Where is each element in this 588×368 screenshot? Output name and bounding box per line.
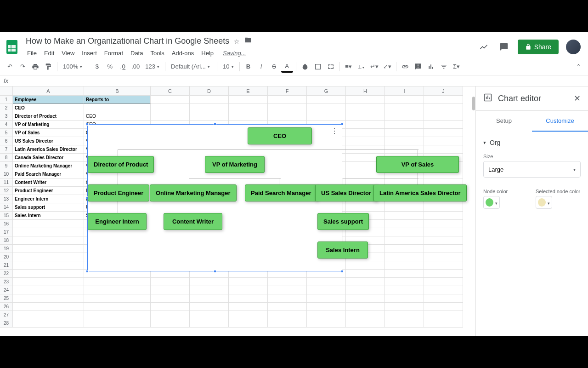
move-folder-icon[interactable]: [244, 36, 252, 46]
title-bar: How to Make an Organizational Chart in G…: [0, 32, 588, 58]
org-node[interactable]: Product Engineer: [88, 184, 149, 201]
select-all-corner[interactable]: [0, 86, 13, 96]
col-header-F[interactable]: F: [268, 86, 307, 96]
sheets-logo-icon[interactable]: [4, 39, 20, 55]
section-org-header[interactable]: ▸ Org: [483, 137, 581, 148]
borders-icon[interactable]: [312, 61, 324, 73]
tab-setup[interactable]: Setup: [476, 111, 532, 132]
col-header-A[interactable]: A: [13, 86, 84, 96]
size-label: Size: [483, 154, 581, 159]
print-icon[interactable]: [29, 61, 41, 73]
col-header-B[interactable]: B: [84, 86, 151, 96]
doc-title[interactable]: How to Make an Organizational Chart in G…: [26, 36, 229, 46]
format-percent-icon[interactable]: %: [104, 61, 116, 73]
menu-tools[interactable]: Tools: [147, 48, 167, 58]
merge-cells-icon[interactable]: [325, 61, 337, 73]
node-color-picker[interactable]: [483, 196, 500, 209]
align-icon[interactable]: ≡▾: [343, 61, 355, 73]
close-icon[interactable]: ✕: [574, 93, 581, 104]
menu-file[interactable]: File: [24, 48, 40, 58]
share-button[interactable]: Share: [518, 40, 559, 54]
format-currency-icon[interactable]: $: [91, 61, 103, 73]
column-headers: A B C D E F G H I J: [0, 86, 475, 96]
col-header-E[interactable]: E: [229, 86, 268, 96]
fill-color-icon[interactable]: [299, 61, 311, 73]
table-row[interactable]: 2CEO: [0, 104, 475, 112]
strikethrough-icon[interactable]: S: [268, 61, 280, 73]
paint-format-icon[interactable]: [42, 61, 54, 73]
link-icon[interactable]: [399, 61, 411, 73]
comment-icon[interactable]: [412, 61, 424, 73]
menu-data[interactable]: Data: [127, 48, 146, 58]
org-node[interactable]: Sales Intern: [317, 242, 368, 259]
italic-icon[interactable]: I: [255, 61, 267, 73]
sheet-area[interactable]: A B C D E F G H I J 1EmployeeReports to2…: [0, 86, 475, 336]
col-header-G[interactable]: G: [307, 86, 346, 96]
text-color-icon[interactable]: A: [281, 61, 293, 73]
menu-insert[interactable]: Insert: [79, 48, 100, 58]
collapse-toolbar-icon[interactable]: ⌃: [572, 61, 584, 73]
valign-icon[interactable]: ⟂▾: [356, 61, 368, 73]
col-header-D[interactable]: D: [190, 86, 229, 96]
table-row[interactable]: 3Director of ProductCEO: [0, 112, 475, 121]
menu-bar: File Edit View Insert Format Data Tools …: [24, 48, 477, 58]
wrap-icon[interactable]: ↵▾: [368, 61, 380, 73]
col-header-C[interactable]: C: [151, 86, 190, 96]
org-node[interactable]: Content Writer: [164, 213, 222, 230]
zoom-dropdown[interactable]: 100%: [60, 63, 85, 70]
format-increase-decimal-icon[interactable]: .00: [130, 61, 141, 73]
org-node[interactable]: Latin America Sales Director: [373, 184, 467, 201]
org-node[interactable]: Sales support: [317, 213, 369, 230]
org-node[interactable]: VP of Marketing: [205, 156, 265, 173]
toolbar: ↶ ↷ 100% $ % .0̲ .00 123 Default (Ari...…: [0, 58, 588, 75]
share-label: Share: [534, 43, 551, 51]
fx-icon: fx: [4, 77, 8, 84]
undo-icon[interactable]: ↶: [4, 61, 16, 73]
org-node[interactable]: US Sales Director: [315, 184, 377, 201]
selected-node-color-picker[interactable]: [536, 196, 552, 209]
font-dropdown[interactable]: Default (Ari...: [168, 63, 214, 70]
org-chart-container[interactable]: ⋮ CEODirector of ProductVP of MarketingV…: [87, 124, 342, 271]
org-node[interactable]: Paid Search Manager: [245, 184, 317, 201]
menu-view[interactable]: View: [58, 48, 78, 58]
node-color-label: Node color: [483, 189, 528, 194]
col-header-I[interactable]: I: [385, 86, 424, 96]
org-node[interactable]: Online Marketing Manager: [150, 184, 237, 201]
col-header-J[interactable]: J: [424, 86, 463, 96]
filter-icon[interactable]: [438, 61, 450, 73]
star-icon[interactable]: ☆: [234, 38, 240, 45]
number-format-dropdown[interactable]: 123: [142, 63, 162, 70]
selected-node-color-label: Selected node color: [536, 189, 581, 194]
section-org-label: Org: [490, 139, 500, 146]
format-decrease-decimal-icon[interactable]: .0̲: [117, 61, 129, 73]
bold-icon[interactable]: B: [243, 61, 254, 73]
tab-customize[interactable]: Customize: [532, 111, 588, 132]
vertical-scrollbar[interactable]: [471, 96, 475, 336]
font-size-dropdown[interactable]: 10: [220, 63, 236, 70]
saving-status: Saving...: [220, 48, 249, 58]
formula-bar[interactable]: fx: [0, 75, 588, 86]
menu-edit[interactable]: Edit: [41, 48, 57, 58]
avatar[interactable]: [566, 40, 581, 54]
size-select[interactable]: Large: [483, 161, 581, 178]
org-node[interactable]: Director of Product: [88, 156, 154, 173]
chart-editor-title: Chart editor: [498, 94, 568, 104]
resize-handle[interactable]: [86, 270, 89, 273]
org-node[interactable]: VP of Sales: [376, 156, 459, 173]
resize-handle[interactable]: [341, 270, 344, 273]
col-header-H[interactable]: H: [346, 86, 385, 96]
insert-chart-icon[interactable]: [425, 61, 437, 73]
menu-addons[interactable]: Add-ons: [169, 48, 197, 58]
org-node[interactable]: Engineer Intern: [88, 213, 147, 230]
resize-handle[interactable]: [214, 270, 216, 273]
chart-editor-panel: Chart editor ✕ Setup Customize ▸ Org Siz…: [475, 86, 588, 336]
chevron-down-icon: ▸: [482, 141, 488, 144]
menu-help[interactable]: Help: [198, 48, 217, 58]
redo-icon[interactable]: ↷: [17, 61, 28, 73]
functions-icon[interactable]: Σ▾: [451, 61, 463, 73]
menu-format[interactable]: Format: [101, 48, 126, 58]
explore-icon[interactable]: [477, 40, 490, 53]
org-node[interactable]: CEO: [248, 127, 312, 144]
rotate-icon[interactable]: ⤢▾: [381, 61, 393, 73]
comments-icon[interactable]: [498, 40, 510, 53]
